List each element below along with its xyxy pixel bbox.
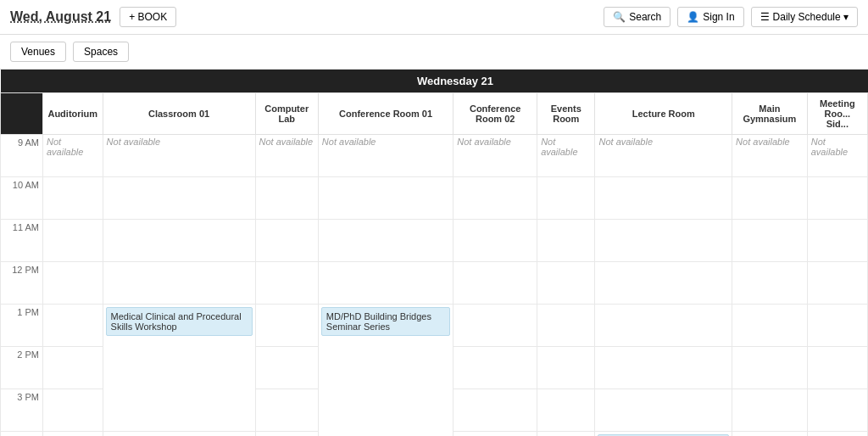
cell-conf02-11am — [453, 220, 537, 262]
cell-aud-10am — [43, 177, 103, 220]
cell-conf01-1pm-event[interactable]: MD/PhD Building Bridges Seminar Series — [318, 305, 453, 437]
row-9am: 9 AM Not available Not available Not ava… — [1, 135, 868, 177]
search-button[interactable]: 🔍 Search — [604, 7, 670, 27]
cell-events-10am — [537, 177, 595, 220]
cell-class01-11am — [103, 220, 255, 262]
event-mdphd-seminar[interactable]: MD/PhD Building Bridges Seminar Series — [321, 307, 450, 336]
cell-complab-4pm — [255, 432, 318, 437]
cell-events-1pm — [537, 305, 595, 347]
cell-events-4pm — [537, 432, 595, 437]
person-icon: 👤 — [687, 11, 699, 23]
signin-label: Sign In — [703, 11, 734, 23]
cell-conf02-2pm — [453, 347, 537, 389]
cell-conf01-12pm — [318, 262, 453, 305]
calendar-table: Wednesday 21 Auditorium Classroom 01 Com… — [0, 70, 868, 436]
cell-meet-3pm — [807, 389, 867, 432]
cell-lect-4pm-event[interactable]: Centre for Blood Research Seminar Series — [595, 432, 732, 437]
main-header: Wed, August 21 + BOOK 🔍 Search 👤 Sign In… — [0, 0, 868, 35]
menu-icon: ☰ — [760, 11, 770, 23]
search-icon: 🔍 — [613, 11, 626, 23]
search-label: Search — [629, 11, 661, 23]
cell-class01-12pm — [103, 262, 255, 305]
cell-events-2pm — [537, 347, 595, 389]
day-header-label: Wednesday 21 — [43, 70, 868, 93]
room-header-eventsroom: Events Room — [537, 93, 595, 135]
room-header-row: Auditorium Classroom 01 Computer Lab Con… — [1, 93, 868, 135]
room-header-computerlab: Computer Lab — [255, 93, 318, 135]
venues-button[interactable]: Venues — [10, 42, 66, 62]
header-right: 🔍 Search 👤 Sign In ☰ Daily Schedule ▾ — [604, 7, 858, 27]
cell-events-3pm — [537, 389, 595, 432]
cell-gym-12pm — [732, 262, 808, 305]
cell-meet-1pm — [807, 305, 867, 347]
event-medical-workshop-title: Medical Clinical and Procedural Skills W… — [111, 311, 242, 332]
cell-events-12pm — [537, 262, 595, 305]
cell-aud-12pm — [43, 262, 103, 305]
schedule-button[interactable]: ☰ Daily Schedule ▾ — [751, 7, 858, 27]
cell-meet-11am — [807, 220, 867, 262]
room-header-auditorium: Auditorium — [43, 93, 103, 135]
time-9am: 9 AM — [1, 135, 43, 177]
not-available-lect-9am: Not available — [598, 137, 653, 147]
time-3pm: 3 PM — [1, 389, 43, 432]
cell-complab-11am — [255, 220, 318, 262]
cell-aud-2pm — [43, 347, 103, 389]
cell-gym-4pm — [732, 432, 808, 437]
signin-button[interactable]: 👤 Sign In — [677, 7, 743, 27]
cell-complab-10am — [255, 177, 318, 220]
cell-lect-2pm — [595, 347, 732, 389]
cell-meet-4pm — [807, 432, 867, 437]
room-header-meetingroom: Meeting Roo...Sid... — [807, 93, 867, 135]
event-mdphd-seminar-title: MD/PhD Building Bridges Seminar Series — [326, 311, 431, 332]
cell-aud-4pm — [43, 432, 103, 437]
schedule-label: Daily Schedule ▾ — [773, 11, 849, 23]
header-date: Wed, August 21 — [10, 9, 111, 25]
cell-lect-11am — [595, 220, 732, 262]
cell-gym-10am — [732, 177, 808, 220]
cell-complab-12pm — [255, 262, 318, 305]
cell-conf01-10am — [318, 177, 453, 220]
room-header-confroom02: Conference Room 02 — [453, 93, 537, 135]
room-header-classroom01: Classroom 01 — [103, 93, 255, 135]
book-button[interactable]: + BOOK — [120, 7, 176, 27]
header-left: Wed, August 21 + BOOK — [10, 7, 176, 27]
cell-class01-1pm-event[interactable]: Medical Clinical and Procedural Skills W… — [103, 305, 255, 432]
cell-conf02-4pm — [453, 432, 537, 437]
corner-cell — [1, 70, 43, 93]
cell-lect-1pm — [595, 305, 732, 347]
time-1pm: 1 PM — [1, 305, 43, 347]
cell-aud-11am — [43, 220, 103, 262]
cell-aud-1pm — [43, 305, 103, 347]
cell-lect-9am: Not available — [595, 135, 732, 177]
cell-lect-3pm — [595, 389, 732, 432]
not-available-conf01-9am: Not available — [322, 137, 376, 147]
time-4pm: 4 PM — [1, 432, 43, 437]
cell-meet-10am — [807, 177, 867, 220]
calendar-container: Wednesday 21 Auditorium Classroom 01 Com… — [0, 70, 868, 436]
cell-gym-9am: Not available — [732, 135, 808, 177]
cell-gym-2pm — [732, 347, 808, 389]
not-available-meet-9am: Not available — [811, 137, 848, 157]
row-10am: 10 AM — [1, 177, 868, 220]
room-header-maingym: Main Gymnasium — [732, 93, 808, 135]
cell-events-11am — [537, 220, 595, 262]
room-header-lectureroom: Lecture Room — [595, 93, 732, 135]
cell-complab-9am: Not available — [255, 135, 318, 177]
cell-complab-3pm — [255, 389, 318, 432]
cell-class01-10am — [103, 177, 255, 220]
row-11am: 11 AM — [1, 220, 868, 262]
not-available-aud-9am: Not available — [47, 137, 83, 157]
sub-header: Venues Spaces — [0, 35, 868, 70]
day-header-row: Wednesday 21 — [1, 70, 868, 93]
cell-complab-2pm — [255, 347, 318, 389]
cell-gym-11am — [732, 220, 808, 262]
cell-conf02-9am: Not available — [453, 135, 537, 177]
event-medical-workshop[interactable]: Medical Clinical and Procedural Skills W… — [106, 307, 253, 336]
cell-complab-1pm — [255, 305, 318, 347]
not-available-conf02-9am: Not available — [457, 137, 511, 147]
cell-events-9am: Not available — [537, 135, 595, 177]
cell-gym-1pm — [732, 305, 808, 347]
cell-lect-10am — [595, 177, 732, 220]
not-available-complab-9am: Not available — [259, 137, 314, 147]
spaces-button[interactable]: Spaces — [73, 42, 129, 62]
